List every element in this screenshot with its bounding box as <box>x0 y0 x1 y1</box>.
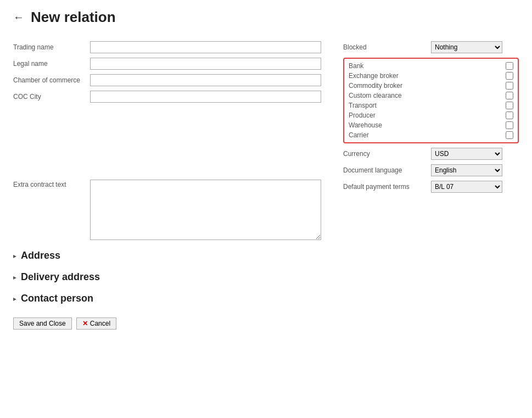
warehouse-checkbox[interactable] <box>506 121 513 129</box>
contact-person-section[interactable]: ▸ Contact person <box>13 293 321 304</box>
cancel-x-icon: ✕ <box>82 320 88 327</box>
cancel-button[interactable]: ✕ Cancel <box>76 317 116 330</box>
custom-clearance-label: Custom clearance <box>349 92 402 99</box>
commodity-broker-label: Commodity broker <box>349 82 402 90</box>
extra-contract-label: Extra contract text <box>13 180 90 188</box>
legal-name-row: Legal name <box>13 58 321 70</box>
coc-city-label: COC City <box>13 93 90 101</box>
transport-label: Transport <box>349 102 377 109</box>
address-title: Address <box>21 250 60 261</box>
carrier-row: Carrier <box>349 131 513 139</box>
chamber-of-commerce-input[interactable] <box>90 74 321 86</box>
address-section[interactable]: ▸ Address <box>13 250 321 261</box>
document-language-row: Document language English Dutch French G… <box>343 164 519 176</box>
bank-label: Bank <box>349 62 363 70</box>
currency-select[interactable]: USD EUR GBP <box>431 148 502 160</box>
document-language-select[interactable]: English Dutch French German <box>431 164 502 176</box>
exchange-broker-row: Exchange broker <box>349 72 513 80</box>
bank-checkbox[interactable] <box>506 62 513 70</box>
default-payment-terms-label: Default payment terms <box>343 183 431 191</box>
bank-row: Bank <box>349 62 513 70</box>
legal-name-label: Legal name <box>13 60 90 68</box>
contact-person-arrow-icon: ▸ <box>13 295 16 303</box>
warehouse-label: Warehouse <box>349 121 382 129</box>
producer-checkbox[interactable] <box>506 112 513 119</box>
carrier-label: Carrier <box>349 131 369 139</box>
commodity-broker-row: Commodity broker <box>349 82 513 90</box>
page-header: ← New relation <box>13 9 519 26</box>
back-button[interactable]: ← <box>13 11 24 24</box>
delivery-address-arrow-icon: ▸ <box>13 274 16 281</box>
producer-label: Producer <box>349 112 376 119</box>
commodity-broker-checkbox[interactable] <box>506 82 513 90</box>
main-content: Trading name Legal name Chamber of comme… <box>13 41 519 330</box>
page-title: New relation <box>31 9 116 26</box>
default-payment-terms-row: Default payment terms B/L 07 B/L 14 B/L … <box>343 181 519 193</box>
extra-contract-row: Extra contract text <box>13 180 321 240</box>
page-container: ← New relation Trading name Legal name C… <box>0 0 532 418</box>
exchange-broker-checkbox[interactable] <box>506 72 513 80</box>
right-panel: Blocked Nothing All Invoices Bank Exchan… <box>343 41 519 330</box>
button-row: Save and Close ✕ Cancel <box>13 317 321 330</box>
chamber-of-commerce-label: Chamber of commerce <box>13 76 90 84</box>
delivery-address-section[interactable]: ▸ Delivery address <box>13 271 321 283</box>
chamber-of-commerce-row: Chamber of commerce <box>13 74 321 86</box>
contact-person-title: Contact person <box>21 293 93 304</box>
coc-city-row: COC City <box>13 91 321 103</box>
currency-label: Currency <box>343 150 431 158</box>
transport-row: Transport <box>349 102 513 109</box>
save-and-close-button[interactable]: Save and Close <box>13 317 72 330</box>
blocked-label: Blocked <box>343 43 431 51</box>
document-language-label: Document language <box>343 166 431 174</box>
transport-checkbox[interactable] <box>506 102 513 109</box>
custom-clearance-checkbox[interactable] <box>506 92 513 99</box>
extra-contract-textarea[interactable] <box>90 180 321 240</box>
checkboxes-group: Bank Exchange broker Commodity broker Cu… <box>343 58 519 143</box>
coc-city-input[interactable] <box>90 91 321 103</box>
custom-clearance-row: Custom clearance <box>349 92 513 99</box>
carrier-checkbox[interactable] <box>506 131 513 139</box>
default-payment-terms-select[interactable]: B/L 07 B/L 14 B/L 30 <box>431 181 502 193</box>
trading-name-label: Trading name <box>13 43 90 51</box>
trading-name-row: Trading name <box>13 41 321 53</box>
blocked-row: Blocked Nothing All Invoices <box>343 41 519 53</box>
currency-row: Currency USD EUR GBP <box>343 148 519 160</box>
legal-name-input[interactable] <box>90 58 321 70</box>
cancel-label: Cancel <box>90 320 110 327</box>
warehouse-row: Warehouse <box>349 121 513 129</box>
exchange-broker-label: Exchange broker <box>349 72 399 80</box>
producer-row: Producer <box>349 112 513 119</box>
left-panel: Trading name Legal name Chamber of comme… <box>13 41 343 330</box>
address-arrow-icon: ▸ <box>13 252 16 260</box>
blocked-select[interactable]: Nothing All Invoices <box>431 41 502 53</box>
trading-name-input[interactable] <box>90 41 321 53</box>
delivery-address-title: Delivery address <box>21 271 100 283</box>
